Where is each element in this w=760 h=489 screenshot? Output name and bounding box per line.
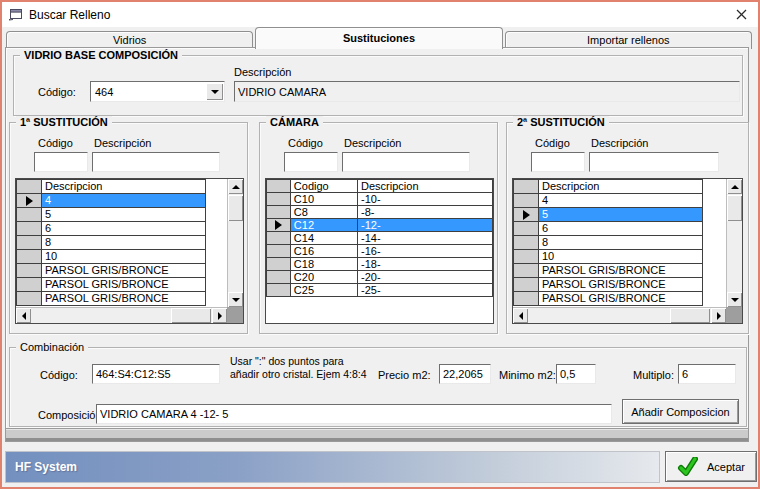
grid-row[interactable]: C10-10-: [267, 193, 493, 206]
grid-cell[interactable]: 5: [42, 208, 206, 222]
grid-row[interactable]: PARSOL GRIS/BRONCE: [17, 264, 206, 278]
scroll-up-icon[interactable]: [228, 179, 243, 194]
descripcion-input[interactable]: [589, 152, 719, 172]
multiplo-input[interactable]: [678, 364, 736, 384]
scroll-right-icon[interactable]: [212, 308, 227, 323]
chevron-down-icon[interactable]: [206, 83, 223, 100]
grid-cell[interactable]: -14-: [358, 232, 493, 245]
grid-cell[interactable]: -8-: [358, 206, 493, 219]
hscroll-thumb[interactable]: [171, 308, 211, 323]
grid-row[interactable]: C25-25-: [267, 284, 493, 297]
grid-cell[interactable]: -18-: [358, 258, 493, 271]
grid-row[interactable]: 8: [17, 236, 206, 250]
grid-cell[interactable]: -10-: [358, 193, 493, 206]
scroll-down-icon[interactable]: [228, 292, 243, 307]
scroll-down-icon[interactable]: [727, 292, 742, 307]
grid-cell[interactable]: 4: [539, 194, 703, 208]
horizontal-scrollbar[interactable]: [16, 307, 227, 323]
grid-row[interactable]: C20-20-: [267, 271, 493, 284]
group-combinacion-title: Combinación: [16, 341, 88, 353]
grid-column-header[interactable]: Descripcion: [539, 180, 703, 194]
grid-cell[interactable]: -25-: [358, 284, 493, 297]
row-marker: [514, 278, 539, 292]
grid-row[interactable]: PARSOL GRIS/BRONCE: [514, 264, 703, 278]
grid-row[interactable]: PARSOL GRIS/BRONCE: [514, 278, 703, 292]
grid-column-header[interactable]: Descripcion: [358, 180, 493, 193]
grid-row[interactable]: 6: [17, 222, 206, 236]
grid-cell[interactable]: PARSOL GRIS/BRONCE: [42, 278, 206, 292]
grid-cell[interactable]: PARSOL GRIS/BRONCE: [539, 292, 703, 306]
grid-cell[interactable]: 10: [539, 250, 703, 264]
scroll-left-icon[interactable]: [513, 308, 528, 323]
grid-row[interactable]: C16-16-: [267, 245, 493, 258]
grid-row[interactable]: 10: [514, 250, 703, 264]
form-icon: [8, 8, 23, 21]
codigo-base-label: Código:: [38, 86, 76, 98]
vscroll-thumb[interactable]: [228, 195, 243, 221]
descripcion-input[interactable]: [92, 152, 220, 172]
grid-row[interactable]: 4: [17, 194, 206, 208]
grid-cell[interactable]: PARSOL GRIS/BRONCE: [42, 264, 206, 278]
minimo-label: Minimo m2:: [499, 369, 556, 381]
vertical-scrollbar[interactable]: [227, 179, 243, 307]
row-marker: [267, 206, 291, 219]
grid-cell[interactable]: PARSOL GRIS/BRONCE: [42, 292, 206, 306]
grid-row[interactable]: C12-12-: [267, 219, 493, 232]
composicion-input[interactable]: [96, 404, 612, 424]
grid-cell[interactable]: PARSOL GRIS/BRONCE: [539, 264, 703, 278]
grid-cell[interactable]: PARSOL GRIS/BRONCE: [539, 278, 703, 292]
grid-cell[interactable]: -20-: [358, 271, 493, 284]
combinacion-codigo-input[interactable]: [92, 364, 220, 384]
grid-row[interactable]: 10: [17, 250, 206, 264]
grid-cell[interactable]: C20: [290, 271, 357, 284]
group-sustitucion-2: 2ª SUSTITUCIÓN Código Descripción Descri…: [506, 122, 749, 334]
grid-cell[interactable]: C18: [290, 258, 357, 271]
hscroll-thumb[interactable]: [670, 308, 710, 323]
grid-row[interactable]: C8-8-: [267, 206, 493, 219]
grid-row[interactable]: PARSOL GRIS/BRONCE: [514, 292, 703, 306]
grid-row[interactable]: C18-18-: [267, 258, 493, 271]
grid-cell[interactable]: C14: [290, 232, 357, 245]
grid-cell[interactable]: C10: [290, 193, 357, 206]
grid-cell[interactable]: 6: [539, 222, 703, 236]
horizontal-scrollbar[interactable]: [513, 307, 726, 323]
minimo-input[interactable]: [556, 364, 596, 384]
grid-cell[interactable]: C12: [290, 219, 357, 232]
aceptar-button[interactable]: Aceptar: [665, 451, 757, 482]
grid-row[interactable]: 5: [17, 208, 206, 222]
grid-column-header[interactable]: Codigo: [290, 180, 357, 193]
tab-sustituciones[interactable]: Sustituciones: [255, 27, 502, 49]
scroll-right-icon[interactable]: [711, 308, 726, 323]
grid-row[interactable]: PARSOL GRIS/BRONCE: [17, 278, 206, 292]
grid-cell[interactable]: C16: [290, 245, 357, 258]
grid-row[interactable]: 4: [514, 194, 703, 208]
anadir-composicion-button[interactable]: Añadir Composicion: [622, 399, 739, 424]
grid-cell[interactable]: -16-: [358, 245, 493, 258]
scroll-left-icon[interactable]: [16, 308, 31, 323]
codigo-base-combobox[interactable]: 464: [90, 81, 225, 102]
grid-cell[interactable]: -12-: [358, 219, 493, 232]
grid-cell[interactable]: C25: [290, 284, 357, 297]
scroll-up-icon[interactable]: [727, 179, 742, 194]
precio-input[interactable]: [439, 364, 491, 384]
codigo-input[interactable]: [531, 152, 585, 172]
vscroll-thumb[interactable]: [727, 195, 742, 221]
grid-cell[interactable]: 5: [539, 208, 703, 222]
descripcion-input[interactable]: [342, 152, 470, 172]
close-icon[interactable]: [730, 5, 752, 25]
grid-cell[interactable]: 6: [42, 222, 206, 236]
grid-row[interactable]: 5: [514, 208, 703, 222]
grid-row[interactable]: C14-14-: [267, 232, 493, 245]
grid-column-header[interactable]: Descripcion: [42, 180, 206, 194]
grid-row[interactable]: PARSOL GRIS/BRONCE: [17, 292, 206, 306]
grid-cell[interactable]: 4: [42, 194, 206, 208]
codigo-input[interactable]: [284, 152, 338, 172]
grid-cell[interactable]: C8: [290, 206, 357, 219]
codigo-input[interactable]: [34, 152, 88, 172]
grid-row[interactable]: 8: [514, 236, 703, 250]
vertical-scrollbar[interactable]: [726, 179, 742, 307]
grid-cell[interactable]: 8: [42, 236, 206, 250]
grid-cell[interactable]: 8: [539, 236, 703, 250]
grid-cell[interactable]: 10: [42, 250, 206, 264]
grid-row[interactable]: 6: [514, 222, 703, 236]
